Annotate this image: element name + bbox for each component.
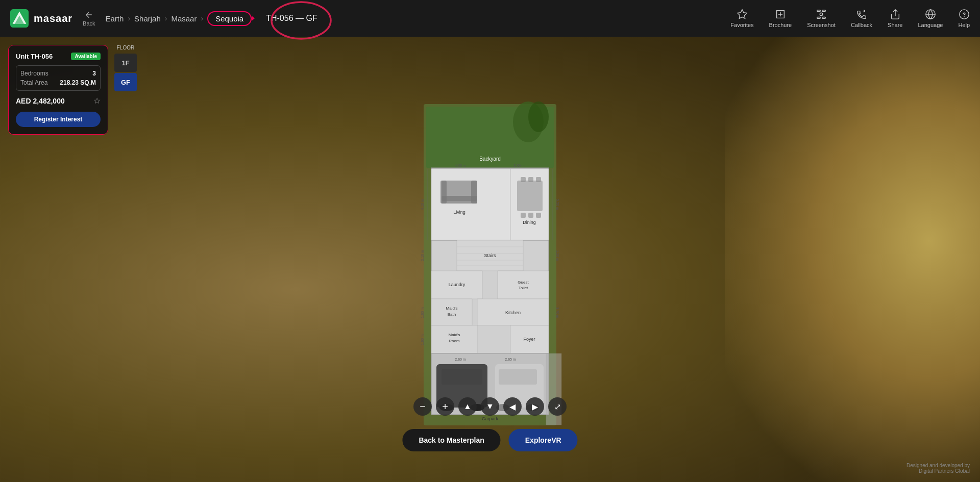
svg-rect-33: [528, 213, 533, 218]
floor-label: FLOOR: [114, 45, 137, 50]
pan-up-button[interactable]: ▲: [458, 397, 477, 416]
favorite-star[interactable]: ☆: [93, 96, 101, 106]
share-icon: [890, 9, 901, 20]
svg-text:4.00 m: 4.00 m: [455, 164, 466, 167]
nav-actions: Favorites Brochure Screenshot Callback S…: [730, 9, 970, 28]
svg-text:Foyer: Foyer: [523, 337, 535, 342]
svg-text:Kitchen: Kitchen: [505, 310, 521, 315]
language-action[interactable]: Language: [918, 9, 943, 28]
svg-text:Dining: Dining: [523, 220, 536, 225]
svg-text:Maid's: Maid's: [449, 333, 460, 337]
svg-rect-29: [521, 177, 526, 182]
svg-text:Stairs: Stairs: [484, 253, 496, 258]
brochure-action[interactable]: Brochure: [769, 9, 792, 28]
svg-rect-34: [536, 213, 541, 218]
svg-text:Living: Living: [453, 210, 465, 215]
svg-text:1.20 m: 1.20 m: [556, 250, 559, 261]
svg-rect-71: [442, 369, 482, 385]
register-interest-button[interactable]: Register Interest: [16, 112, 101, 127]
sep2: ›: [165, 14, 167, 22]
svg-text:5.50 m: 5.50 m: [556, 199, 559, 210]
share-label: Share: [888, 22, 902, 28]
pan-down-button[interactable]: ▼: [481, 397, 499, 416]
language-icon: [925, 9, 936, 20]
floorplan-svg: Backyard 4.00 m 2.60 m Living: [416, 102, 564, 428]
svg-text:Backyard: Backyard: [479, 156, 501, 162]
unit-info-panel: Unit TH-056 Available Bedrooms 3 Total A…: [8, 45, 108, 135]
explore-vr-button[interactable]: ExploreVR: [509, 429, 578, 451]
screenshot-action[interactable]: Screenshot: [807, 9, 836, 28]
area-value: 218.23 SQ.M: [60, 79, 96, 86]
svg-text:2.65 m: 2.65 m: [505, 358, 516, 361]
floor-1f-button[interactable]: 1F: [114, 54, 137, 72]
svg-text:Guest: Guest: [518, 280, 529, 285]
unit-details: Bedrooms 3 Total Area 218.23 SQ.M: [16, 65, 101, 91]
pan-right-button[interactable]: ▶: [526, 397, 544, 416]
logo-area: masaar: [10, 9, 72, 28]
svg-rect-24: [440, 181, 447, 204]
svg-text:Toilet: Toilet: [519, 286, 528, 290]
logo-icon: [10, 9, 29, 28]
pan-left-button[interactable]: ◀: [503, 397, 522, 416]
bedrooms-label: Bedrooms: [20, 70, 48, 77]
zoom-out-button[interactable]: −: [413, 397, 432, 416]
svg-text:2.60 m: 2.60 m: [455, 358, 466, 361]
brochure-label: Brochure: [769, 22, 792, 28]
svg-text:2.10 m: 2.10 m: [421, 250, 424, 261]
breadcrumb: Earth › Sharjah › Masaar › Sequoia TH-05…: [106, 11, 731, 26]
svg-rect-51: [498, 271, 549, 299]
map-controls: − + ▲ ▼ ◀ ▶ ⤢: [413, 397, 567, 416]
screenshot-label: Screenshot: [807, 22, 836, 28]
price-row: AED 2,482,000 ☆: [16, 96, 101, 106]
svg-rect-21: [431, 169, 510, 240]
breadcrumb-sequoia[interactable]: Sequoia: [207, 11, 252, 26]
back-to-masterplan-button[interactable]: Back to Masterplan: [402, 429, 500, 451]
floor-selector: FLOOR 1F GF: [114, 45, 137, 91]
screenshot-icon: [816, 9, 827, 20]
callback-icon: [856, 9, 867, 20]
svg-rect-30: [528, 177, 533, 182]
top-navigation: masaar Back Earth › Sharjah › Masaar › S…: [0, 0, 980, 37]
bottom-actions: Back to Masterplan ExploreVR: [402, 429, 577, 451]
fullscreen-button[interactable]: ⤢: [548, 397, 567, 416]
breadcrumb-masaar[interactable]: Masaar: [171, 14, 197, 23]
svg-rect-31: [536, 177, 541, 182]
svg-text:Maid's: Maid's: [446, 306, 458, 311]
svg-text:1.60 m: 1.60 m: [421, 334, 424, 345]
breadcrumb-sharjah[interactable]: Sharjah: [134, 14, 161, 23]
favorites-action[interactable]: Favorites: [730, 9, 753, 28]
language-label: Language: [918, 22, 943, 28]
svg-point-13: [528, 102, 549, 132]
back-button[interactable]: Back: [83, 10, 95, 27]
svg-text:Laundry: Laundry: [449, 282, 465, 287]
svg-rect-28: [517, 181, 543, 211]
area-row: Total Area 218.23 SQ.M: [20, 79, 96, 86]
area-label: Total Area: [20, 79, 47, 86]
svg-text:Room: Room: [449, 339, 460, 343]
sep3: ›: [201, 14, 203, 22]
svg-rect-5: [817, 17, 820, 19]
availability-badge: Available: [71, 53, 101, 60]
favorites-label: Favorites: [730, 22, 753, 28]
share-action[interactable]: Share: [888, 9, 902, 28]
svg-rect-75: [499, 369, 537, 385]
brochure-icon: [775, 9, 786, 20]
svg-point-9: [960, 10, 969, 19]
svg-text:Bath: Bath: [448, 312, 456, 317]
callback-action[interactable]: Callback: [851, 9, 872, 28]
bedrooms-value: 3: [92, 70, 96, 77]
help-action[interactable]: Help: [958, 9, 970, 28]
svg-rect-25: [471, 181, 477, 204]
breadcrumb-earth[interactable]: Earth: [106, 14, 124, 23]
floorplan-wrapper: Backyard 4.00 m 2.60 m Living: [416, 102, 564, 428]
svg-text:4.10 m: 4.10 m: [421, 199, 424, 210]
back-arrow-icon: [84, 10, 93, 19]
footer-credit: Designed and developed by Digital Partne…: [906, 463, 970, 474]
unit-id: Unit TH-056: [16, 53, 53, 60]
floor-gf-button[interactable]: GF: [114, 73, 137, 91]
logo-text: masaar: [34, 13, 72, 24]
unit-label: TH-056 — GF: [266, 14, 317, 23]
unit-header: Unit TH-056 Available: [16, 53, 101, 60]
zoom-in-button[interactable]: +: [436, 397, 454, 416]
unit-price: AED 2,482,000: [16, 97, 65, 105]
